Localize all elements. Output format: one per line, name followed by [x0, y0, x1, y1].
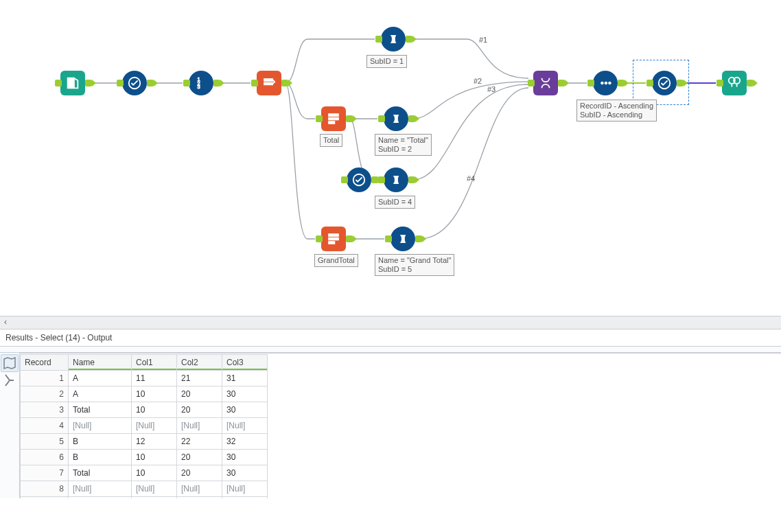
anchor-in[interactable] — [251, 80, 258, 86]
cell[interactable]: A — [69, 371, 132, 386]
anchor-in[interactable] — [316, 115, 323, 122]
anchor-out[interactable] — [406, 36, 412, 43]
tool-select3[interactable] — [652, 71, 677, 95]
table-row[interactable]: 1A112131 — [21, 371, 268, 386]
anchor-in[interactable] — [375, 36, 382, 43]
cell[interactable]: 10 — [132, 402, 177, 418]
column-header[interactable]: Col2 — [177, 355, 222, 371]
anchor-in[interactable] — [341, 176, 348, 183]
anchor-in[interactable] — [55, 80, 62, 86]
anchor-out[interactable] — [281, 80, 288, 86]
cell[interactable]: 20 — [177, 450, 222, 465]
cell[interactable]: 30 — [222, 402, 268, 418]
cell[interactable]: 10 — [132, 465, 177, 481]
cell[interactable]: [Null] — [222, 481, 268, 497]
table-row[interactable]: 6B102030 — [21, 450, 268, 465]
cell[interactable]: [Null] — [222, 418, 268, 434]
table-row[interactable]: 2A102030 — [21, 386, 268, 402]
cell[interactable]: 30 — [222, 450, 268, 465]
tool-select2[interactable] — [347, 167, 371, 192]
cell[interactable]: B — [69, 450, 132, 465]
anchor-out[interactable] — [408, 176, 415, 183]
table-row[interactable]: 7Total102030 — [21, 465, 268, 481]
workflow-canvas[interactable]: .w{fill:none;stroke:#9aa1a8;stroke-width… — [0, 0, 781, 316]
anchor-out[interactable] — [371, 176, 378, 183]
cell[interactable]: Grand Total — [69, 497, 132, 499]
anchor-in[interactable] — [183, 80, 190, 86]
anchor-in[interactable] — [378, 115, 385, 122]
table-row[interactable]: 4[Null][Null][Null][Null] — [21, 418, 268, 434]
anchor-out[interactable] — [346, 235, 353, 242]
cell[interactable]: 20 — [177, 465, 222, 481]
cell[interactable]: [Null] — [177, 418, 222, 434]
table-row[interactable]: 5B122232 — [21, 434, 268, 450]
tool-summarize1[interactable] — [321, 106, 346, 131]
cell[interactable]: [Null] — [132, 481, 177, 497]
column-header[interactable]: Record — [21, 355, 69, 371]
anchor-out[interactable] — [415, 235, 422, 242]
column-header[interactable]: Name — [69, 355, 132, 371]
cell[interactable]: [Null] — [132, 418, 177, 434]
anchor-in[interactable] — [528, 80, 535, 86]
scroll-left-icon[interactable]: ‹ — [0, 316, 11, 327]
anchor-out[interactable] — [408, 115, 415, 122]
cell[interactable]: [Null] — [69, 481, 132, 497]
cell[interactable]: [Null] — [177, 481, 222, 497]
table-row[interactable]: 3Total102030 — [21, 402, 268, 418]
view-schema-icon[interactable] — [1, 372, 18, 389]
anchor-out[interactable] — [346, 115, 353, 122]
cell[interactable]: 32 — [222, 434, 268, 450]
cell[interactable]: [Null] — [69, 418, 132, 434]
table-row[interactable]: 8[Null][Null][Null][Null] — [21, 481, 268, 497]
cell[interactable]: 10 — [132, 497, 177, 499]
results-table[interactable]: RecordNameCol1Col2Col3 1A1121312A1020303… — [20, 354, 268, 498]
tool-browse[interactable] — [722, 71, 747, 95]
cell[interactable]: Total — [69, 402, 132, 418]
anchor-out[interactable] — [558, 80, 565, 86]
cell[interactable]: 30 — [222, 497, 268, 499]
cell[interactable]: A — [69, 386, 132, 402]
cell[interactable]: Total — [69, 465, 132, 481]
anchor-out[interactable] — [677, 80, 684, 86]
anchor-out[interactable] — [747, 80, 754, 86]
view-map-icon[interactable] — [1, 354, 19, 372]
anchor-in[interactable] — [385, 235, 392, 242]
cell[interactable]: 10 — [132, 386, 177, 402]
tool-formula3[interactable] — [384, 167, 408, 192]
tool-union[interactable] — [533, 71, 558, 95]
column-header[interactable]: Col3 — [222, 355, 268, 371]
cell[interactable]: 22 — [177, 434, 222, 450]
anchor-in[interactable] — [316, 235, 323, 242]
tool-input[interactable] — [60, 71, 85, 95]
anchor-out[interactable] — [213, 80, 220, 86]
tool-formula1[interactable] — [381, 27, 406, 51]
anchor-out[interactable] — [618, 80, 625, 86]
anchor-in[interactable] — [378, 176, 385, 183]
cell[interactable]: 31 — [222, 371, 268, 386]
cell[interactable]: 11 — [132, 371, 177, 386]
anchor-in[interactable] — [716, 80, 723, 86]
tool-formula4[interactable] — [390, 227, 415, 251]
anchor-out[interactable] — [85, 80, 92, 86]
tool-recordid[interactable]: 123 — [189, 71, 213, 95]
tool-summarize2[interactable] — [321, 227, 346, 251]
tool-select1[interactable] — [122, 71, 147, 95]
anchor-out[interactable] — [147, 80, 154, 86]
tool-sort[interactable] — [593, 71, 618, 95]
cell[interactable]: 20 — [177, 402, 222, 418]
cell[interactable]: B — [69, 434, 132, 450]
column-header[interactable]: Col1 — [132, 355, 177, 371]
cell[interactable]: 20 — [177, 386, 222, 402]
tool-formula2[interactable] — [384, 106, 408, 131]
cell[interactable]: 21 — [177, 371, 222, 386]
anchor-in[interactable] — [587, 80, 594, 86]
anchor-in[interactable] — [646, 80, 653, 86]
tool-multifield[interactable] — [257, 71, 281, 95]
cell[interactable]: 20 — [177, 497, 222, 499]
table-row[interactable]: 9Grand Total102030 — [21, 497, 268, 499]
cell[interactable]: 12 — [132, 434, 177, 450]
cell[interactable]: 30 — [222, 386, 268, 402]
canvas-horizontal-scrollbar[interactable]: ‹ — [0, 316, 781, 329]
cell[interactable]: 10 — [132, 450, 177, 465]
cell[interactable]: 30 — [222, 465, 268, 481]
